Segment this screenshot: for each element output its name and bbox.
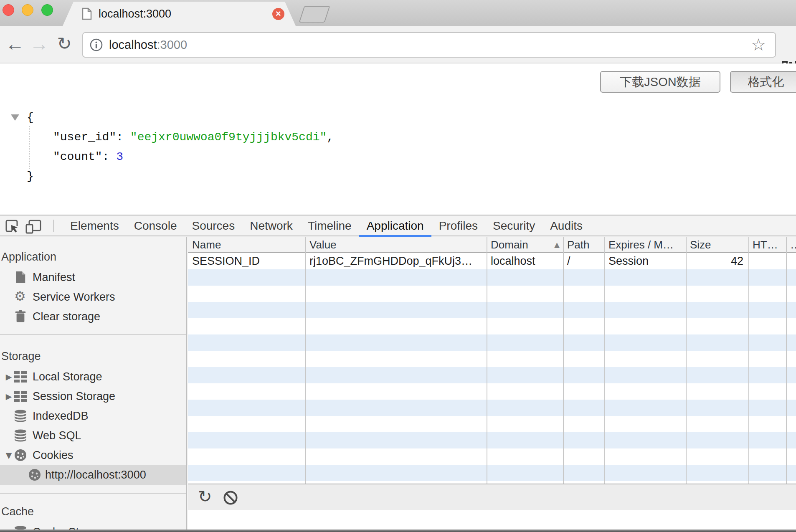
sidebar-item-clear-storage[interactable]: Clear storage: [0, 307, 186, 327]
database-icon: [14, 429, 27, 442]
clear-cookies-icon[interactable]: [223, 490, 238, 505]
application-sidebar: Application Manifest ⚙ Service Workers C…: [0, 237, 187, 530]
bookmark-star-icon[interactable]: ☆: [751, 33, 766, 57]
trash-icon: [14, 310, 27, 323]
page-icon: [82, 8, 92, 20]
refresh-icon[interactable]: ↻: [53, 26, 76, 63]
sidebar-item-local-storage[interactable]: ▶ Local Storage: [0, 367, 186, 387]
column-header-http[interactable]: HT…: [748, 237, 786, 252]
back-icon[interactable]: ←: [3, 26, 27, 63]
forward-icon[interactable]: →: [28, 26, 51, 63]
column-divider[interactable]: [563, 237, 564, 484]
tab-elements[interactable]: Elements: [63, 215, 127, 236]
json-viewer: {"user_id": "eejxr0uwwoa0f9tyjjjbkv5cdi"…: [27, 108, 334, 186]
devtools-tabs: Elements Console Sources Network Timelin…: [63, 215, 590, 236]
window-bottom-edge: [0, 529, 796, 532]
column-divider[interactable]: [487, 237, 487, 484]
document-icon: [14, 271, 27, 284]
json-line-count: "count": 3: [27, 147, 334, 167]
tab-profiles[interactable]: Profiles: [431, 215, 485, 236]
format-button[interactable]: 格式化: [730, 71, 796, 93]
column-header-size[interactable]: Size: [686, 237, 748, 252]
cookie-http: [748, 253, 786, 269]
tab-title: localhost:3000: [99, 2, 171, 26]
window-close-button[interactable]: [3, 4, 14, 16]
tab-timeline[interactable]: Timeline: [300, 215, 359, 236]
toolbar-separator: [53, 220, 54, 232]
sidebar-item-cookies[interactable]: ▼ Cookies: [0, 446, 186, 465]
cookie-extra: [786, 253, 796, 269]
sidebar-divider: [0, 493, 186, 494]
section-header-cache: Cache: [0, 501, 186, 522]
cookie-table-header: Name Value Domain▲ Path Expires / M… Siz…: [188, 237, 796, 253]
json-key: "user_id": [53, 131, 116, 144]
chevron-right-icon[interactable]: ▶: [3, 367, 14, 387]
json-line-user-id: "user_id": "eejxr0uwwoa0f9tyjjjbkv5cdi",: [27, 127, 334, 147]
cookie-domain: localhost: [487, 253, 563, 269]
url-port: :3000: [157, 38, 187, 51]
column-divider[interactable]: [604, 237, 605, 484]
table-row[interactable]: SESSION_ID rj1oBC_ZFmGHDDop_qFkUj3… loca…: [188, 253, 796, 269]
column-divider[interactable]: [748, 237, 749, 484]
address-bar[interactable]: localhost:3000 ☆: [82, 32, 776, 58]
info-icon[interactable]: [90, 38, 103, 51]
column-header-name[interactable]: Name: [188, 237, 305, 252]
cookie-size: 42: [686, 253, 748, 269]
json-key: "count": [53, 150, 102, 163]
json-close-brace: }: [27, 167, 334, 186]
tab-console[interactable]: Console: [127, 215, 185, 236]
tab-close-icon[interactable]: ×: [272, 8, 284, 20]
browser-tab-strip: localhost:3000 ×: [0, 0, 796, 26]
chevron-down-icon[interactable]: ▼: [3, 446, 14, 465]
table-icon: [14, 390, 27, 403]
column-header-path[interactable]: Path: [563, 237, 604, 252]
gear-icon: ⚙: [14, 290, 27, 302]
inspect-element-icon[interactable]: [5, 219, 19, 233]
tab-security[interactable]: Security: [485, 215, 542, 236]
sidebar-item-manifest[interactable]: Manifest: [0, 268, 186, 287]
download-json-button[interactable]: 下载JSON数据: [600, 71, 720, 93]
browser-toolbar: ← → ↻ localhost:3000 ☆: [0, 26, 796, 63]
device-toolbar-icon[interactable]: [25, 220, 42, 234]
cookie-name: SESSION_ID: [188, 253, 305, 269]
sidebar-item-cookies-localhost[interactable]: http://localhost:3000: [0, 465, 186, 485]
column-header-value[interactable]: Value: [305, 237, 487, 252]
tab-sources[interactable]: Sources: [184, 215, 242, 236]
tab-application[interactable]: Application: [359, 215, 431, 236]
column-divider[interactable]: [786, 237, 787, 484]
window-zoom-button[interactable]: [41, 4, 53, 16]
sort-ascending-icon: ▲: [554, 237, 563, 252]
cookie-path: /: [563, 253, 604, 269]
column-divider[interactable]: [305, 237, 306, 484]
browser-tab[interactable]: localhost:3000 ×: [63, 2, 296, 26]
url-text: localhost:3000: [109, 33, 187, 57]
devtools-toolbar: Elements Console Sources Network Timelin…: [0, 215, 796, 236]
sidebar-divider: [0, 334, 186, 335]
sidebar-item-indexeddb[interactable]: IndexedDB: [0, 406, 186, 426]
refresh-cookies-icon[interactable]: ↻: [198, 484, 212, 510]
database-icon: [14, 410, 27, 422]
sidebar-item-web-sql[interactable]: Web SQL: [0, 426, 186, 446]
window-minimize-button[interactable]: [22, 4, 33, 16]
column-divider[interactable]: [686, 237, 687, 484]
tab-network[interactable]: Network: [242, 215, 300, 236]
cookie-value: rj1oBC_ZFmGHDDop_qFkUj3…: [305, 253, 487, 269]
tab-audits[interactable]: Audits: [542, 215, 590, 236]
chevron-right-icon[interactable]: ▶: [3, 387, 14, 406]
json-collapse-icon[interactable]: [11, 114, 19, 121]
json-number-value: 3: [116, 150, 123, 163]
new-tab-button[interactable]: [299, 6, 330, 23]
column-header-domain[interactable]: Domain▲: [487, 237, 563, 252]
cookie-icon: [28, 469, 41, 481]
json-open-brace: {: [27, 108, 334, 127]
cookie-table: Name Value Domain▲ Path Expires / M… Siz…: [188, 237, 796, 530]
url-host: localhost: [109, 38, 157, 51]
devtools-panel: Elements Console Sources Network Timelin…: [0, 215, 796, 532]
cookie-icon: [14, 449, 27, 461]
cookie-table-footer: ↻: [188, 484, 796, 510]
column-header-expires[interactable]: Expires / M…: [604, 237, 686, 252]
sidebar-item-service-workers[interactable]: ⚙ Service Workers: [0, 287, 186, 307]
section-header-application: Application: [0, 246, 186, 268]
sidebar-item-session-storage[interactable]: ▶ Session Storage: [0, 387, 186, 406]
column-header-extra[interactable]: …: [786, 237, 796, 252]
